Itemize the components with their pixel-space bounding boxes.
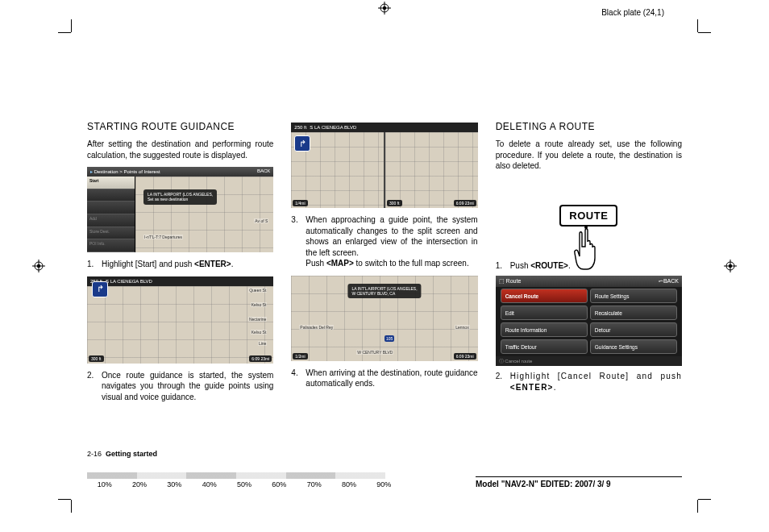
intro-col1: After setting the destination and perfor… <box>87 139 273 160</box>
registration-mark-icon <box>378 2 391 15</box>
map-label: Nectarine <box>248 317 267 322</box>
figure-route-map: 250 ft S LA CIENEGA BLVD ↱ Queen St Kels… <box>87 276 273 364</box>
registration-mark-icon <box>724 260 737 272</box>
tooltip: LA INT'L AIRPORT (LOS ANGELES, Set as ne… <box>143 189 217 205</box>
hand-press-icon <box>569 226 608 272</box>
figure-arrival-map: LA INT'L AIRPORT (LOS ANGELES, W CENTURY… <box>291 276 477 361</box>
route-settings-button[interactable]: Route Settings <box>590 289 677 303</box>
turn-icon: ↱ <box>92 281 108 297</box>
sidebar-item[interactable]: POI Info. <box>87 239 135 252</box>
step-2: 2. Once route guidance is started, the s… <box>87 370 273 403</box>
menu-hint: Cancel route <box>505 359 532 364</box>
distance-badge: 250 ft <box>294 125 306 130</box>
eta-badge: 6:09 23mi <box>454 200 476 206</box>
registration-mark-icon <box>32 260 45 272</box>
guidance-settings-button[interactable]: Guidance Settings <box>590 339 677 354</box>
heading-deleting-route: DELETING A ROUTE <box>496 121 682 132</box>
figure-route-menu: ⬚ Route ⤺BACK Cancel Route Route Setting… <box>496 276 682 366</box>
heading-starting-guidance: STARTING ROUTE GUIDANCE <box>87 121 273 132</box>
step-1: 1. Highlight [Start] and push <ENTER>. <box>87 259 273 270</box>
scale-badge: 1/4mi <box>293 200 307 206</box>
breadcrumb: ▸ Destination > Points of Interest <box>90 168 160 175</box>
intro-col3: To delete a route already set, use the f… <box>496 139 682 172</box>
scale-badge: 1/2mi <box>293 353 307 360</box>
road-name: S LA CIENEGA BLVD <box>106 279 152 284</box>
start-button[interactable]: Start <box>87 177 135 189</box>
eta-badge: 6:09 23mi <box>249 355 272 362</box>
map-label: I-nT'L-T:7 Departures <box>143 235 183 239</box>
figure-route-button: ROUTE <box>496 177 682 256</box>
menu-title: Route <box>506 278 522 284</box>
road-name: S LA CIENEGA BLVD <box>310 125 356 130</box>
step-3: 3. When approaching a guide point, the s… <box>291 214 477 269</box>
route-icon: ⬚ <box>499 278 505 284</box>
step-2-col3: 2. Highlight [Cancel Route] and push <EN… <box>496 371 682 393</box>
sidebar-item[interactable]: Store Dest. <box>87 227 135 240</box>
back-button[interactable]: ⤺BACK <box>659 278 679 285</box>
info-icon: ⓘ <box>499 359 504 364</box>
page-number: 2-16 Getting started <box>87 450 157 458</box>
detour-button[interactable]: Detour <box>590 322 677 337</box>
edit-button[interactable]: Edit <box>501 305 588 320</box>
map-label: Line <box>258 341 267 346</box>
svg-point-12 <box>584 226 588 229</box>
eta-badge: 6:09 23mi <box>454 353 476 360</box>
tooltip: LA INT'L AIRPORT (LOS ANGELES, W CENTURY… <box>347 284 421 299</box>
map-label: Lennox <box>455 325 469 330</box>
sidebar-item[interactable]: Add <box>87 214 135 227</box>
map-label: Palisades Del Rey <box>299 325 334 330</box>
scale-badge: 300 ft <box>89 355 104 362</box>
map-label: Kelso St <box>251 330 268 335</box>
sidebar-item[interactable] <box>87 202 135 214</box>
turn-icon: ↱ <box>294 135 310 152</box>
recalculate-button[interactable]: Recalculate <box>590 305 677 320</box>
figure-destination-menu: ▸ Destination > Points of Interest BACK … <box>87 167 273 252</box>
highway-shield-icon: 105 <box>384 335 394 342</box>
map-label: Kelso St <box>251 302 268 307</box>
route-information-button[interactable]: Route Information <box>501 322 588 337</box>
plate-label: Black plate (24,1) <box>601 8 664 17</box>
density-scale: 10%20% 30%40% 50%60% 70%80% 90% <box>87 472 401 488</box>
map-label: Av of S <box>254 218 268 223</box>
map-label: Queen St <box>248 288 267 293</box>
scale-badge: 300 ft <box>387 200 402 206</box>
back-button[interactable]: BACK <box>257 168 270 175</box>
step-4: 4. When arriving at the destination, rou… <box>291 368 477 389</box>
model-info: Model "NAV2-N" EDITED: 2007/ 3/ 9 <box>476 476 682 488</box>
map-label: W CENTURY BLVD <box>356 350 393 355</box>
cancel-route-button[interactable]: Cancel Route <box>501 289 588 303</box>
traffic-detour-button[interactable]: Traffic Detour <box>501 339 588 354</box>
route-hardware-button[interactable]: ROUTE <box>559 205 617 227</box>
figure-split-map: 250 ft S LA CIENEGA BLVD ↱ 1/4mi 300 ft … <box>291 123 477 208</box>
sidebar-item[interactable] <box>87 189 135 202</box>
